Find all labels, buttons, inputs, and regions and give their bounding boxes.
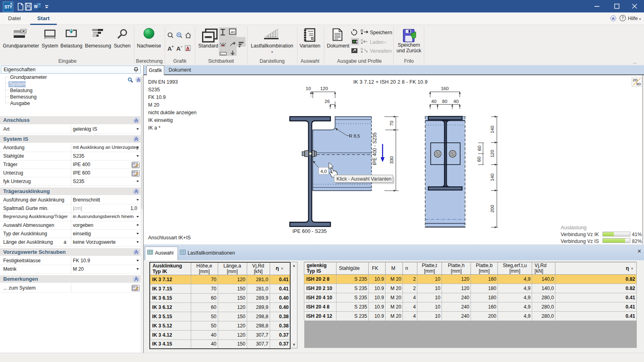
svg-text:4,0: 4,0: [320, 169, 327, 174]
svg-text:Anschlussart IK+IS: Anschlussart IK+IS: [148, 235, 191, 241]
svg-text:M 20: M 20: [148, 102, 159, 108]
svg-text:FK 10.9: FK 10.9: [148, 95, 166, 100]
svg-text:A: A: [186, 46, 190, 51]
svg-text:120: 120: [320, 86, 328, 91]
svg-text:IK einseitig: IK einseitig: [148, 117, 173, 123]
svg-text:70: 70: [389, 121, 394, 126]
svg-text:+: +: [172, 45, 174, 49]
svg-text:26: 26: [325, 99, 330, 104]
svg-text:–: –: [181, 45, 183, 49]
svg-text:IK 3 7.12 + ISH 20 2 8 - FK 10: IK 3 7.12 + ISH 20 2 8 - FK 10.9: [353, 79, 428, 85]
svg-text:3D: 3D: [636, 82, 641, 86]
svg-text:abl: abl: [231, 30, 235, 34]
svg-text:Laden: Laden: [370, 39, 384, 45]
svg-text:140: 140: [490, 125, 495, 133]
svg-text:?: ?: [621, 16, 624, 21]
svg-text:S235: S235: [148, 87, 160, 93]
svg-text:10: 10: [306, 86, 311, 91]
svg-text:200: 200: [490, 205, 495, 212]
svg-text:160: 160: [441, 86, 448, 91]
svg-text:A: A: [176, 45, 181, 51]
svg-text:Verwalten: Verwalten: [370, 48, 392, 53]
svg-text:nicht duktile anzeigen: nicht duktile anzeigen: [148, 110, 196, 115]
svg-text:40: 40: [431, 99, 437, 104]
svg-text:DIN EN 1993: DIN EN 1993: [148, 79, 178, 85]
svg-text:Speichern: Speichern: [370, 30, 392, 35]
svg-text:R 8,5: R 8,5: [349, 134, 360, 138]
svg-text:IPE 600 - S235: IPE 600 - S235: [293, 228, 327, 234]
svg-text:80: 80: [442, 99, 448, 104]
svg-text:IK a *: IK a *: [148, 125, 161, 131]
svg-text:▾: ▾: [384, 41, 386, 44]
svg-text:120: 120: [490, 150, 495, 157]
svg-text:Klick - Auswahl Varianten: Klick - Auswahl Varianten: [336, 176, 392, 182]
svg-text:60: 60: [477, 156, 482, 162]
svg-text:140: 140: [490, 173, 495, 181]
svg-text:IPE 400 - S235: IPE 400 - S235: [372, 132, 378, 165]
svg-text:330: 330: [389, 156, 394, 164]
svg-text:60: 60: [477, 146, 482, 151]
svg-text:A: A: [167, 45, 172, 51]
svg-text:W: W: [34, 4, 38, 9]
svg-text:40: 40: [454, 99, 459, 104]
